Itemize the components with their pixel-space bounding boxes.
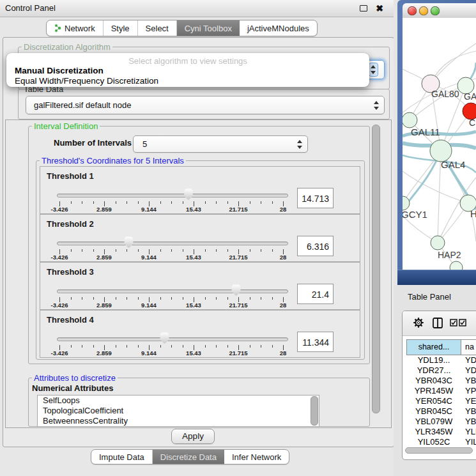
column-layout-icon[interactable]: [433, 318, 443, 328]
tick-mark: [93, 345, 94, 348]
table-row[interactable]: YIL052CYIL0: [406, 437, 476, 445]
number-of-intervals-combo[interactable]: 5: [133, 135, 308, 153]
tab-network[interactable]: Network: [47, 20, 104, 36]
network-window-titlebar[interactable]: [403, 3, 476, 19]
interval-definition-title: Interval Definition: [32, 121, 100, 131]
network-canvas[interactable]: GAL80GACGAL11GAL4GCY1HHAP2: [403, 18, 476, 270]
network-node[interactable]: [431, 236, 445, 250]
threshold-panel-4: Threshold 4-3.4262.8599.14415.4321.71528…: [40, 310, 360, 358]
tick-mark: [272, 297, 273, 300]
gear-icon[interactable]: [413, 317, 424, 328]
minimize-traffic-light[interactable]: [419, 6, 428, 15]
attributes-list-scrollbar[interactable]: [311, 396, 318, 426]
tick-label: 28: [265, 349, 301, 357]
checkbox-icons[interactable]: [450, 319, 466, 326]
tab-label: Style: [111, 24, 130, 33]
close-traffic-light[interactable]: [408, 6, 417, 15]
tick-mark: [82, 345, 82, 348]
threshold-slider-track[interactable]: [57, 337, 288, 341]
tick-mark: [205, 345, 206, 348]
tab-label: Infer Network: [232, 452, 281, 462]
vertical-scrollbar[interactable]: [372, 125, 380, 413]
threshold-slider-thumb[interactable]: [124, 236, 134, 248]
table-row[interactable]: YBR045CYBR0: [406, 406, 476, 417]
threshold-slider-track[interactable]: [57, 242, 288, 245]
table-row[interactable]: YDR27...YDR2: [406, 365, 476, 376]
horizontal-scrollbar[interactable]: [405, 447, 473, 454]
tick-label: -3.426: [42, 206, 77, 213]
cell-shared-name: YDL19...: [406, 355, 461, 365]
tick-label: -3.426: [42, 302, 77, 309]
tick-mark: [160, 297, 161, 300]
threshold-slider-track[interactable]: [57, 194, 288, 197]
table-row[interactable]: YBR043CYBR0: [406, 376, 476, 386]
cell-name: YPR1: [461, 386, 476, 396]
tick-mark: [216, 297, 217, 300]
table-row[interactable]: YDL19...YDL1: [406, 355, 476, 365]
tick-mark: [116, 345, 116, 348]
network-icon: [54, 24, 61, 33]
network-node[interactable]: [403, 112, 417, 128]
threshold-value-field[interactable]: 11.344: [297, 332, 334, 352]
attribute-list-item[interactable]: SelfLoops: [38, 395, 319, 406]
network-node[interactable]: [403, 196, 410, 210]
combo-stepper-icon[interactable]: [297, 140, 303, 149]
tab-impute-data[interactable]: Impute Data: [91, 450, 153, 464]
cell-name: YLR3: [461, 427, 476, 437]
tick-mark: [216, 345, 217, 348]
float-window-icon[interactable]: [360, 5, 367, 12]
tick-mark: [71, 249, 72, 252]
combo-stepper-icon[interactable]: [374, 101, 380, 110]
threshold-panel-1: Threshold 1-3.4262.8599.14415.4321.71528…: [40, 166, 360, 214]
zoom-traffic-light[interactable]: [431, 6, 440, 15]
threshold-slider-track[interactable]: [57, 289, 288, 293]
close-icon[interactable]: ✖: [374, 2, 385, 15]
table-row[interactable]: YBL079WYBL0: [406, 417, 476, 427]
tick-mark: [71, 201, 72, 204]
tick-label: 9.144: [131, 254, 167, 261]
tab-select[interactable]: Select: [138, 20, 177, 36]
table-row[interactable]: YLR345WYLR3: [406, 427, 476, 437]
column-header-name[interactable]: na: [461, 339, 476, 355]
threshold-slider-thumb[interactable]: [160, 332, 169, 344]
tick-mark: [183, 345, 183, 348]
tab-cyni-toolbox[interactable]: Cyni Toolbox: [177, 20, 240, 36]
tick-label: 28: [265, 254, 301, 261]
attribute-list-item[interactable]: BetweennessCentrality: [38, 416, 319, 426]
tick-mark: [261, 249, 261, 252]
apply-button[interactable]: Apply: [171, 429, 215, 444]
cell-name: YER0: [461, 396, 476, 406]
tick-mark: [250, 201, 250, 204]
tab-label: Cyni Toolbox: [185, 24, 232, 33]
threshold-slider-thumb[interactable]: [231, 284, 241, 296]
tick-mark: [93, 249, 94, 252]
tick-mark: [127, 345, 127, 348]
tab-jactivemnodules[interactable]: jActiveMNodules: [240, 20, 317, 36]
table-row[interactable]: YPR145WYPR1: [406, 386, 476, 396]
popup-option-manual-discretization[interactable]: Manual Discretization: [15, 66, 104, 75]
tick-mark: [71, 345, 72, 348]
threshold-value-field[interactable]: 14.713: [297, 188, 334, 208]
cell-name: YBR0: [461, 406, 476, 417]
tab-style[interactable]: Style: [104, 20, 138, 36]
cell-shared-name: YER054C: [406, 396, 461, 406]
network-node[interactable]: [450, 261, 463, 270]
network-node[interactable]: [430, 140, 452, 162]
attribute-list-item[interactable]: TopologicalCoefficient: [38, 406, 319, 416]
column-header-shared[interactable]: shared...: [406, 339, 461, 355]
tick-mark: [82, 201, 82, 204]
threshold-value-field[interactable]: 21.4: [297, 284, 334, 304]
combo-stepper-icon[interactable]: [369, 63, 378, 77]
popup-option-equal-width[interactable]: Equal Width/Frequency Discretization: [15, 76, 158, 86]
threshold-value-field[interactable]: 6.316: [297, 236, 334, 256]
tab-label: Discretize Data: [160, 452, 217, 462]
tick-mark: [138, 249, 139, 252]
tab-discretize-data[interactable]: Discretize Data: [153, 450, 224, 464]
tick-mark: [160, 201, 161, 204]
thresholds-group-title: Threshold's Coordinates for 5 Intervals: [40, 156, 186, 165]
tab-infer-network[interactable]: Infer Network: [224, 450, 289, 464]
table-data-combo[interactable]: galFiltered.sif default node: [26, 96, 385, 114]
tick-mark: [160, 345, 161, 348]
table-row[interactable]: YER054CYER0: [406, 396, 476, 406]
threshold-slider-thumb[interactable]: [184, 188, 194, 200]
